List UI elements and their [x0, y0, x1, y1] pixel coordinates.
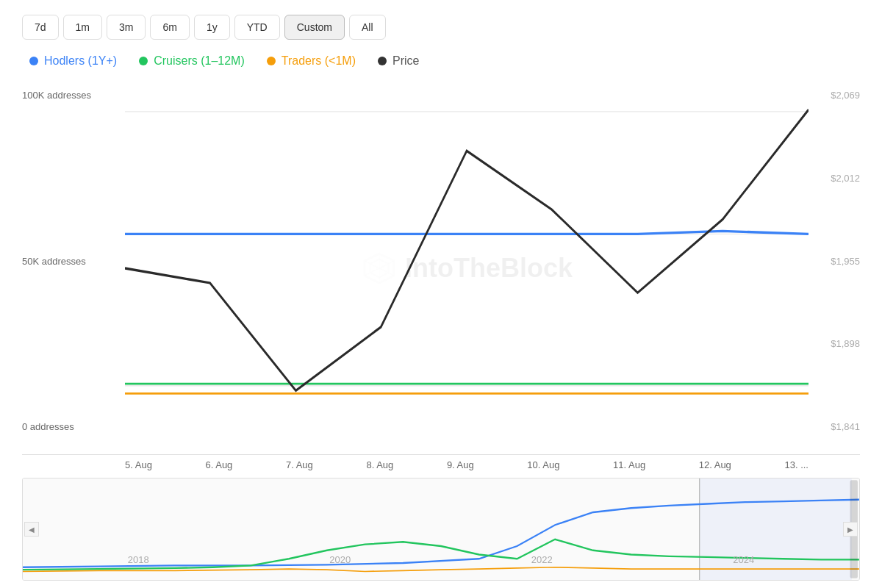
mini-x-labels: 2018 2020 2022 2024: [23, 554, 859, 565]
traders-dot: [267, 57, 276, 65]
y-axis-left: 100K addresses 50K addresses 0 addresses: [22, 82, 125, 454]
x-label-aug11: 11. Aug: [613, 459, 645, 470]
left-arrow-icon: ◀: [29, 526, 35, 534]
cruisers-dot: [139, 57, 148, 65]
cruisers-label: Cruisers (1–12M): [154, 54, 245, 68]
y-label-100k: 100K addresses: [22, 90, 125, 101]
price-dot: [378, 57, 387, 65]
x-label-aug5: 5. Aug: [125, 459, 152, 470]
nav-arrow-right[interactable]: ▶: [843, 522, 858, 537]
mini-x-2020: 2020: [329, 554, 351, 565]
x-label-aug6: 6. Aug: [205, 459, 232, 470]
x-label-aug8: 8. Aug: [366, 459, 393, 470]
btn-7d[interactable]: 7d: [22, 15, 59, 40]
main-container: 7d 1m 3m 6m 1y YTD Custom All Hodlers (1…: [0, 0, 882, 588]
x-axis: 5. Aug 6. Aug 7. Aug 8. Aug 9. Aug 10. A…: [22, 455, 860, 470]
y-right-2069: $2,069: [831, 90, 860, 101]
legend-hodlers: Hodlers (1Y+): [29, 54, 117, 68]
hodlers-dot: [29, 57, 38, 65]
y-right-1955: $1,955: [831, 256, 860, 267]
x-label-aug12: 12. Aug: [699, 459, 731, 470]
legend-traders: Traders (<1M): [267, 54, 356, 68]
chart-inner: IntoTheBlock: [125, 82, 808, 454]
btn-ytd[interactable]: YTD: [234, 15, 280, 40]
legend-cruisers: Cruisers (1–12M): [139, 54, 245, 68]
btn-1y[interactable]: 1y: [194, 15, 230, 40]
y-right-1841: $1,841: [831, 421, 860, 432]
btn-1m[interactable]: 1m: [63, 15, 102, 40]
mini-chart-inner: ◀: [23, 478, 859, 580]
mini-navigator-chart[interactable]: ◀: [22, 478, 860, 581]
y-right-1898: $1,898: [831, 338, 860, 349]
price-label: Price: [392, 54, 419, 68]
traders-label: Traders (<1M): [282, 54, 356, 68]
main-chart: 100K addresses 50K addresses 0 addresses…: [22, 82, 860, 455]
btn-custom[interactable]: Custom: [284, 15, 345, 40]
time-range-buttons: 7d 1m 3m 6m 1y YTD Custom All: [22, 15, 860, 40]
y-label-50k: 50K addresses: [22, 256, 125, 267]
legend-price: Price: [378, 54, 419, 68]
mini-x-2018: 2018: [128, 554, 149, 565]
x-label-aug10: 10. Aug: [527, 459, 559, 470]
chart-legend: Hodlers (1Y+) Cruisers (1–12M) Traders (…: [22, 54, 860, 68]
btn-6m[interactable]: 6m: [150, 15, 189, 40]
mini-x-2024: 2024: [733, 554, 754, 565]
btn-all[interactable]: All: [349, 15, 386, 40]
main-svg-chart: [125, 82, 808, 454]
y-label-0: 0 addresses: [22, 421, 125, 432]
x-label-aug13: 13. ...: [784, 459, 808, 470]
chart-area: 100K addresses 50K addresses 0 addresses…: [22, 82, 860, 581]
nav-arrow-left[interactable]: ◀: [24, 522, 39, 537]
x-label-aug7: 7. Aug: [286, 459, 313, 470]
btn-3m[interactable]: 3m: [107, 15, 146, 40]
x-label-aug9: 9. Aug: [447, 459, 474, 470]
y-right-2012: $2,012: [831, 173, 860, 184]
hodlers-label: Hodlers (1Y+): [44, 54, 117, 68]
y-axis-right: $2,069 $2,012 $1,955 $1,898 $1,841: [808, 82, 860, 454]
right-arrow-icon: ▶: [847, 526, 853, 534]
mini-x-2022: 2022: [531, 554, 553, 565]
